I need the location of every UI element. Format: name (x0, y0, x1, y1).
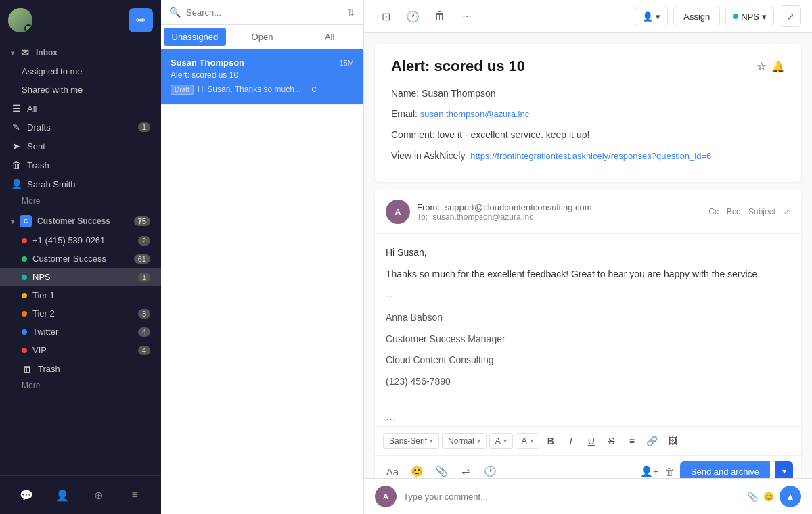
tab-all[interactable]: All (296, 25, 363, 49)
nps-dot (22, 275, 27, 280)
reply-avatar: A (386, 200, 410, 224)
link-button[interactable]: 🔗 (644, 432, 661, 450)
sidebar-item-nps[interactable]: NPS 1 (0, 268, 161, 286)
sidebar-item-tier1[interactable]: Tier 1 (0, 286, 161, 304)
send-archive-button[interactable]: Send and archive (680, 461, 770, 478)
font-size-dropdown[interactable]: Normal ▾ (442, 433, 487, 449)
sidebar-item-sent[interactable]: ➤ Sent (0, 137, 161, 156)
compose-toolbar-icon[interactable]: ⊡ (375, 5, 397, 27)
bold-button[interactable]: B (542, 432, 560, 450)
messages-icon[interactable]: 💬 (16, 484, 37, 506)
customer-success-header[interactable]: ▾ C Customer Success 75 (0, 211, 161, 231)
sidebar-item-trash2[interactable]: 🗑 Trash (0, 359, 161, 378)
comment-send-button[interactable]: ▲ (780, 486, 801, 507)
cs-inbox-badge: 61 (134, 254, 150, 264)
inbox-section: ▾ ✉ Inbox Assigned to me Shared with me (0, 43, 161, 99)
drafts-icon: ✎ (11, 122, 22, 133)
image-button[interactable]: 🖼 (664, 432, 681, 450)
main-body: Alert: scored us 10 ☆ 🔔 Name: Susan Thom… (364, 33, 812, 478)
comment-attachment-icon[interactable]: 📎 (747, 492, 758, 502)
assign-button[interactable]: Assign (673, 7, 720, 26)
reply-header: A From: support@cloudcontentconsulting.c… (375, 190, 801, 234)
contact-card-icon[interactable]: 👤 (51, 484, 73, 506)
sidebar-item-drafts[interactable]: ✎ Drafts 1 (0, 118, 161, 137)
avatar[interactable] (8, 8, 32, 32)
sidebar-item-assigned-to-me[interactable]: Assigned to me (0, 62, 161, 80)
snooze-icon[interactable]: 🕐 (402, 5, 424, 27)
compose-button[interactable]: ✏ (129, 8, 153, 32)
sidebar-item-trash[interactable]: 🗑 Trash (0, 156, 161, 174)
underline-button[interactable]: U (583, 432, 600, 450)
comment-emoji-icon[interactable]: 😊 (763, 492, 774, 502)
more-link-1[interactable]: More (0, 193, 161, 208)
sidebar-item-customer-success[interactable]: Customer Success 61 (0, 250, 161, 268)
conversation-preview-text: Hi Susan, Thanks so much ... (198, 85, 304, 94)
sidebar-item-twitter[interactable]: Twitter 4 (0, 323, 161, 341)
send-archive-dropdown[interactable]: ▾ (775, 461, 793, 478)
reply-from: From: support@cloudcontentconsulting.com (417, 202, 702, 212)
italic-button[interactable]: I (562, 432, 580, 450)
phone-dot (22, 238, 27, 243)
comment-right-icons: 📎 😊 ▲ (747, 486, 801, 507)
customer-success-icon: C (20, 215, 32, 227)
inbox-header[interactable]: ▾ ✉ Inbox (0, 43, 161, 62)
sidebar-item-vip[interactable]: VIP 4 (0, 341, 161, 359)
sidebar-item-tier2[interactable]: Tier 2 3 (0, 304, 161, 323)
ellipsis-button[interactable]: ... (375, 406, 801, 426)
sidebar: ✏ ▾ ✉ Inbox Assigned to me Shared with m… (0, 0, 161, 514)
twitter-label: Twitter (32, 327, 58, 337)
list-icon[interactable]: ≡ (124, 484, 145, 506)
compose-sig-phone: (123) 456-7890 (386, 374, 790, 390)
search-icon: 🔍 (169, 7, 181, 18)
sidebar-item-shared-with-me[interactable]: Shared with me (0, 80, 161, 99)
font-color-dropdown[interactable]: A ▾ (489, 433, 513, 449)
asknicely-link[interactable]: https://frontintegrationtest.asknicely/r… (470, 151, 711, 161)
delete-compose-icon[interactable]: 🗑 (664, 466, 675, 477)
sidebar-item-sarah-smith[interactable]: 👤 Sarah Smith (0, 174, 161, 193)
add-cc-icon[interactable]: 👤+ (640, 462, 659, 478)
compose-greeting: Hi Susan, (386, 245, 790, 261)
compose-body-text: Thanks so much for the excellent feedbac… (386, 266, 790, 283)
assign-to-dropdown[interactable]: 👤 ▾ (635, 7, 668, 26)
email-link[interactable]: susan.thompson@azura.inc (420, 109, 529, 119)
delete-toolbar-icon[interactable]: 🗑 (429, 5, 451, 27)
draft-badge: Draft (171, 85, 194, 95)
more-toolbar-icon[interactable]: ··· (456, 5, 478, 27)
template-icon[interactable]: ⇌ (456, 462, 475, 478)
tab-unassigned[interactable]: Unassigned (164, 28, 226, 46)
font-size-chevron: ▾ (477, 437, 480, 444)
sidebar-item-all[interactable]: ☰ All (0, 99, 161, 118)
filter-icon[interactable]: ⇅ (347, 7, 355, 18)
comment-input[interactable] (403, 492, 740, 502)
conversation-header: Susan Thompson 15M (171, 57, 354, 68)
tab-open[interactable]: Open (229, 25, 296, 49)
font-family-dropdown[interactable]: Sans-Serif ▾ (383, 433, 439, 449)
strikethrough-button[interactable]: S (603, 432, 621, 450)
list-button[interactable]: ≡ (623, 432, 641, 450)
bookmark-icon[interactable]: ☆ (757, 60, 766, 73)
bg-color-dropdown[interactable]: A ▾ (516, 433, 539, 449)
more-link-2[interactable]: More (0, 378, 161, 393)
search-input[interactable] (186, 7, 342, 18)
text-format-icon[interactable]: Aa (383, 462, 402, 478)
cs-inbox-label: Customer Success (32, 254, 106, 264)
compose-sig-company: Cloud Content Consulting (386, 352, 790, 369)
compose-sig-title: Customer Success Manager (386, 331, 790, 348)
conversation-item[interactable]: Susan Thompson 15M Alert: scored us 10 D… (161, 49, 363, 105)
subject-button[interactable]: Subject (748, 207, 775, 216)
schedule-icon[interactable]: 🕐 (480, 462, 499, 478)
bell-icon[interactable]: 🔔 (771, 60, 785, 73)
emoji-icon[interactable]: 😊 (407, 462, 426, 478)
expand-button[interactable]: ⤢ (784, 207, 790, 216)
layers-icon[interactable]: ⊕ (88, 484, 110, 506)
attachment-icon[interactable]: 📎 (432, 462, 451, 478)
archive-icon[interactable]: ⤢ (780, 5, 801, 27)
compose-body-area[interactable]: Hi Susan, Thanks so much for the excelle… (375, 234, 801, 406)
sidebar-item-phone[interactable]: +1 (415) 539-0261 2 (0, 231, 161, 250)
compose-sig-name: Anna Babson (386, 310, 790, 326)
nps-dropdown[interactable]: NPS ▾ (725, 7, 774, 26)
bcc-button[interactable]: Bcc (727, 207, 740, 216)
compose-right-actions: 👤+ 🗑 Send and archive ▾ (640, 461, 793, 478)
comment-avatar: A (375, 486, 397, 507)
cc-button[interactable]: Cc (708, 207, 719, 216)
